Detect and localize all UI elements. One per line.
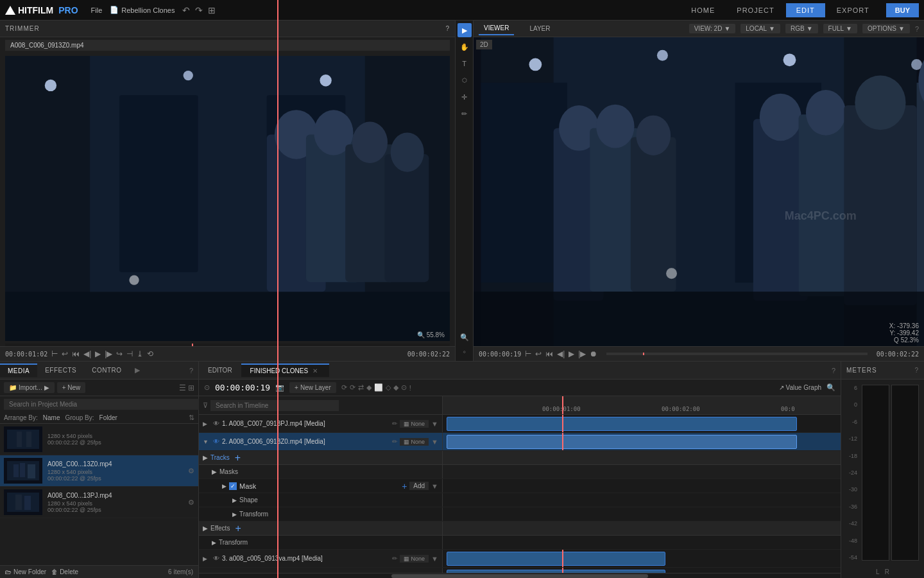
vctrl-3[interactable]: ⏮ (545, 349, 553, 358)
tool-text[interactable]: T (458, 57, 472, 71)
masks-expand-icon[interactable]: ▶ (212, 468, 217, 475)
track-eye-2[interactable]: 👁 (213, 438, 219, 445)
tracks-add-icon[interactable]: + (235, 452, 241, 464)
value-graph-button[interactable]: ↗ Value Graph (779, 384, 821, 391)
clip-bar-1[interactable] (447, 417, 797, 431)
tl-icon-4[interactable]: ◆ (366, 383, 372, 392)
tl-icon-9[interactable]: ! (409, 384, 411, 392)
clip-bar-3[interactable] (447, 552, 665, 566)
tab-edit[interactable]: EDIT (786, 3, 825, 17)
vctrl-2[interactable]: ↩ (535, 349, 542, 358)
trim-btn5[interactable]: ↪ (116, 349, 123, 358)
zoom-btn[interactable]: FULL ▼ (823, 24, 857, 33)
redo-btn[interactable]: ↷ (195, 5, 203, 15)
viewer-scrubber[interactable] (606, 353, 867, 355)
vctrl-6[interactable]: ⏺ (590, 349, 597, 358)
viewer-help-icon[interactable]: ? (915, 25, 919, 33)
list-item[interactable]: A008_C00...13Z0.mp4 1280 x 540 pixels00:… (0, 455, 198, 487)
tool-move[interactable]: ✛ (458, 90, 472, 104)
editor-tab-finished-clones[interactable]: FINISHED CLONES ✕ (241, 363, 329, 377)
grid-view-btn[interactable]: ⊞ (188, 383, 194, 392)
tl-icon-8[interactable]: ⊙ (401, 383, 407, 392)
clip-bar-4[interactable] (447, 570, 665, 573)
tab-media[interactable]: MEDIA (0, 363, 37, 377)
editor-tab-editor[interactable]: EDITOR (199, 364, 241, 376)
mask-add-btn[interactable]: Add (409, 482, 429, 490)
local-btn[interactable]: LOCAL ▼ (740, 24, 780, 33)
vctrl-4[interactable]: ◀| (557, 349, 565, 358)
timeline-search-input[interactable] (210, 400, 339, 411)
mask-checkbox[interactable]: ✓ (229, 482, 237, 490)
tool-zoom[interactable]: 🔍 (458, 330, 472, 344)
track-effects-2[interactable]: ✏ (392, 438, 397, 445)
trim-btn7[interactable]: ⤓ (137, 349, 143, 358)
track-eye-3[interactable]: 👁 (213, 555, 219, 562)
track-eye-1[interactable]: 👁 (213, 420, 219, 427)
track-clip-area-4[interactable] (443, 568, 841, 573)
filter-icon[interactable]: ⊽ (203, 401, 208, 410)
track-blend-arrow-3[interactable]: ▼ (431, 555, 438, 563)
tl-snap-icon[interactable]: ⊙ (204, 383, 210, 392)
track-expand-3[interactable]: ▶ (203, 556, 210, 562)
effects-expand-icon[interactable]: ▶ (203, 525, 208, 532)
tool-hand[interactable]: ✋ (458, 40, 472, 54)
track-clip-area-2[interactable] (443, 433, 841, 450)
new-layer-button[interactable]: + New Layer (289, 382, 336, 393)
mask-expand-icon[interactable]: ▶ (222, 483, 227, 489)
group-by-value[interactable]: Folder (99, 414, 117, 421)
trim-btn8[interactable]: ⟲ (147, 349, 153, 358)
viewer-tab-viewer[interactable]: VIEWER (479, 22, 514, 35)
transform-expand-icon[interactable]: ▶ (232, 511, 237, 518)
track-expand-2[interactable]: ▼ (203, 439, 210, 445)
track-blend-arrow-1[interactable]: ▼ (431, 420, 438, 428)
editor-help-icon[interactable]: ? (832, 367, 835, 374)
track-effects-1[interactable]: ✏ (392, 420, 397, 427)
clip-bar-2[interactable] (447, 435, 797, 449)
track-effects-3[interactable]: ✏ (392, 555, 397, 562)
play-btn[interactable]: ▶ (95, 349, 101, 358)
track-blend-1[interactable]: ▦ None (400, 420, 429, 428)
tl-icon-3[interactable]: ⇄ (358, 383, 364, 392)
media-help-icon[interactable]: ? (184, 367, 198, 374)
tab-close-icon[interactable]: ✕ (310, 367, 320, 374)
tl-icon-6[interactable]: ◇ (386, 383, 391, 392)
track-clip-area-1[interactable] (443, 415, 841, 432)
tool-shape[interactable]: ⬡ (458, 73, 472, 87)
mask-add-plus[interactable]: + (402, 481, 407, 491)
media-gear-icon[interactable]: ⚙ (188, 467, 194, 475)
track-blend-2[interactable]: ▦ None (400, 438, 429, 446)
tab-project[interactable]: PROJECT (726, 3, 784, 17)
import-button[interactable]: 📁 Import... ▶ (4, 382, 55, 393)
shape-expand-icon[interactable]: ▶ (232, 497, 237, 504)
tool-extra[interactable]: ⬦ (458, 344, 472, 358)
play-step-fwd[interactable]: |▶ (105, 349, 112, 358)
trimmer-help-icon[interactable]: ? (445, 25, 450, 32)
tl-icon-1[interactable]: ⟳ (341, 383, 347, 392)
trim-btn2[interactable]: ↩ (62, 349, 68, 358)
tl-icon-5[interactable]: ⬜ (374, 383, 383, 392)
track-blend-arrow-2[interactable]: ▼ (431, 438, 438, 446)
list-view-btn[interactable]: ☰ (179, 383, 186, 392)
timeline-scrollbar-bottom[interactable] (199, 573, 841, 578)
play-step-back[interactable]: ◀| (83, 349, 91, 358)
media-gear-icon[interactable]: ⚙ (188, 498, 194, 507)
tab-more-btn[interactable]: ▶ (130, 366, 145, 374)
delete-button[interactable]: 🗑 Delete (51, 568, 78, 575)
trim-btn3[interactable]: ⏮ (72, 349, 80, 358)
meters-help-icon[interactable]: ? (914, 367, 919, 374)
grid-btn[interactable]: ⊞ (208, 5, 216, 15)
tool-pen[interactable]: ✏ (458, 107, 472, 121)
media-search-input[interactable] (4, 399, 202, 410)
vctrl-play[interactable]: ▶ (569, 349, 574, 358)
tab-home[interactable]: HOME (681, 3, 725, 17)
vctrl-1[interactable]: ⊢ (525, 349, 531, 358)
viewer-tab-layer[interactable]: LAYER (524, 22, 555, 35)
color-mode-btn[interactable]: RGB ▼ (785, 24, 818, 33)
options-btn[interactable]: OPTIONS ▼ (862, 24, 910, 33)
new-button[interactable]: + New (57, 382, 86, 393)
list-item[interactable]: A008_C00...13PJ.mp4 1280 x 540 pixels00:… (0, 487, 198, 518)
view-mode-btn[interactable]: VIEW: 2D ▼ (689, 24, 736, 33)
effects-add-icon[interactable]: + (235, 523, 241, 534)
tracks-expand-icon[interactable]: ▶ (203, 454, 208, 461)
buy-button[interactable]: BUY (886, 3, 919, 17)
